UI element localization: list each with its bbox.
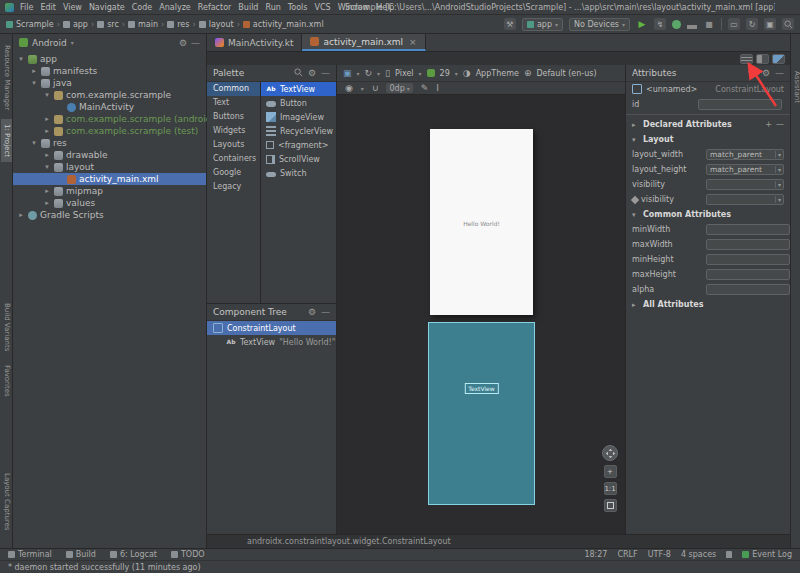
breadcrumb-src[interactable]: src [97, 20, 119, 29]
search-icon[interactable] [294, 68, 303, 79]
breadcrumb-activity-main-xml[interactable]: activity_main.xml [243, 20, 324, 29]
palette-item-textview[interactable]: AbTextView [261, 82, 336, 96]
maxheight-input[interactable] [706, 269, 790, 280]
palette-item-switch[interactable]: Switch [261, 166, 336, 180]
tab-mainactivity-kt[interactable]: MainActivity.kt [207, 34, 302, 51]
tool-window-button-layout-captures[interactable]: Layout Captures [1, 468, 12, 536]
tree-collapsed-icon[interactable]: ▸ [30, 65, 38, 77]
design-preview-phone[interactable]: Hello World! [430, 129, 533, 315]
tree-item-manifests[interactable]: ▸manifests [13, 65, 206, 77]
palette-category-common[interactable]: Common [207, 82, 260, 96]
palette-item-fragment[interactable]: <fragment> [261, 138, 336, 152]
tool-window-6-logcat[interactable]: 6: Logcat [110, 550, 157, 559]
maxwidth-input[interactable] [706, 239, 790, 250]
event-log-button[interactable]: Event Log [742, 550, 792, 559]
tree-item-com-example-scrample-androidtest[interactable]: ▸com.example.scrample (androidTest) [13, 113, 206, 125]
minheight-input[interactable] [706, 254, 790, 265]
close-tab-icon[interactable]: × [409, 37, 417, 47]
orientation-icon[interactable]: ↻ [365, 68, 373, 78]
zoom-actual-button[interactable]: 1:1 [604, 482, 617, 495]
component-constraintlayout[interactable]: ConstraintLayout [207, 321, 336, 335]
lock-icon[interactable] [726, 551, 732, 558]
search-everywhere-icon[interactable] [782, 18, 794, 30]
palette-category-text[interactable]: Text [207, 96, 260, 110]
sdk-manager-icon[interactable]: ▣ [764, 18, 776, 30]
hide-panel-icon[interactable]: — [775, 68, 784, 78]
tool-window-todo[interactable]: TODO [171, 550, 205, 559]
hide-panel-icon[interactable]: — [321, 307, 330, 317]
view-options-eye-icon[interactable]: ◉ [345, 83, 353, 93]
menu-edit[interactable]: Edit [40, 3, 56, 12]
palette-category-layouts[interactable]: Layouts [207, 138, 260, 152]
tree-collapsed-icon[interactable]: ▸ [43, 185, 51, 197]
textview-blueprint[interactable]: TextView [464, 383, 498, 394]
textview-preview[interactable]: Hello World! [430, 220, 533, 227]
palette-category-google[interactable]: Google [207, 166, 260, 180]
menu-code[interactable]: Code [132, 3, 152, 12]
locale-select[interactable]: Default (en-us) [536, 69, 596, 78]
device-in-editor-select[interactable]: Pixel [395, 69, 414, 78]
section-common-attributes[interactable]: ▾ Common Attributes [626, 207, 790, 222]
autoconnect-magnet-icon[interactable]: ∪ [372, 83, 379, 93]
menu-file[interactable]: File [20, 3, 33, 12]
pan-button[interactable] [602, 445, 618, 461]
project-view-select[interactable]: Android [32, 38, 67, 48]
tree-item-drawable[interactable]: ▸drawable [13, 149, 206, 161]
align-icon[interactable]: I [436, 83, 439, 93]
breadcrumb-res[interactable]: res [167, 20, 189, 29]
component-textview[interactable]: AbTextView"Hello World!" [207, 335, 336, 349]
tree-expanded-icon[interactable]: ▾ [30, 137, 38, 149]
tree-collapsed-icon[interactable]: ▸ [43, 113, 51, 125]
tree-expanded-icon[interactable]: ▾ [43, 89, 51, 101]
sync-project-icon[interactable]: ↻ [746, 18, 758, 30]
minwidth-input[interactable] [706, 224, 790, 235]
menu-analyze[interactable]: Analyze [159, 3, 191, 12]
zoom-in-button[interactable]: + [604, 465, 617, 478]
remove-attribute-button[interactable]: — [776, 120, 784, 129]
theme-select[interactable]: AppTheme [476, 69, 519, 78]
settings-gear-icon[interactable]: ⚙ [179, 38, 187, 48]
section-collapsed-icon[interactable]: ▸ [632, 301, 639, 309]
tool-window-button-favorites[interactable]: Favorites [1, 360, 12, 402]
section-declared-attributes[interactable]: ▸ Declared Attributes + — [626, 117, 790, 132]
tree-item-com-example-scrample-test[interactable]: ▸com.example.scrample (test) [13, 125, 206, 137]
id-input[interactable] [698, 99, 782, 110]
section-collapsed-icon[interactable]: ▸ [632, 121, 639, 129]
run-configuration-select[interactable]: app ▾ [522, 18, 563, 31]
design-canvas[interactable]: Hello World! TextView + 1:1 [337, 95, 625, 534]
menu-refactor[interactable]: Refactor [198, 3, 232, 12]
device-select[interactable]: No Devices ▾ [569, 18, 630, 31]
section-expanded-icon[interactable]: ▾ [632, 211, 639, 219]
default-margin-select[interactable]: 0dp ▾ [386, 83, 412, 93]
section-expanded-icon[interactable]: ▾ [632, 136, 639, 144]
menu-navigate[interactable]: Navigate [89, 3, 125, 12]
hide-panel-icon[interactable]: — [191, 38, 200, 48]
breadcrumb-scrample[interactable]: Scrample [6, 20, 54, 29]
stop-button[interactable]: ■ [703, 18, 715, 30]
tool-window-build[interactable]: Build [66, 550, 96, 559]
view-code-icon[interactable] [740, 54, 753, 64]
tree-item-mipmap[interactable]: ▸mipmap [13, 185, 206, 197]
blueprint-preview-phone[interactable]: TextView [428, 322, 535, 505]
settings-gear-icon[interactable]: ⚙ [762, 68, 770, 78]
hide-panel-icon[interactable]: — [321, 68, 330, 78]
tree-expanded-icon[interactable]: ▾ [17, 53, 25, 65]
tab-activity-main-xml[interactable]: activity_main.xml× [302, 34, 425, 51]
tree-item-com-example-scrample[interactable]: ▾com.example.scrample [13, 89, 206, 101]
avd-manager-icon[interactable]: ▭ [728, 18, 740, 30]
guidelines-icon[interactable]: ✎ [421, 83, 429, 93]
apply-changes-button[interactable]: ↯ [654, 18, 666, 30]
profiler-button[interactable] [687, 20, 697, 29]
tree-expanded-icon[interactable]: ▾ [30, 77, 38, 89]
tree-item-mainactivity[interactable]: MainActivity [13, 101, 206, 113]
tree-collapsed-icon[interactable]: ▸ [43, 197, 51, 209]
status-widget-crlf[interactable]: CRLF [617, 550, 637, 559]
design-surface-select-icon[interactable]: ▣ [343, 68, 352, 78]
alpha-input[interactable] [706, 284, 790, 295]
menu-run[interactable]: Run [265, 3, 280, 12]
tree-collapsed-icon[interactable]: ▸ [43, 125, 51, 137]
status-widget-4-spaces[interactable]: 4 spaces [681, 550, 716, 559]
api-level-select[interactable]: 29 [440, 69, 450, 78]
component-class-path[interactable]: androidx.constraintlayout.widget.Constra… [247, 537, 451, 546]
breadcrumb-layout[interactable]: layout [199, 20, 234, 29]
